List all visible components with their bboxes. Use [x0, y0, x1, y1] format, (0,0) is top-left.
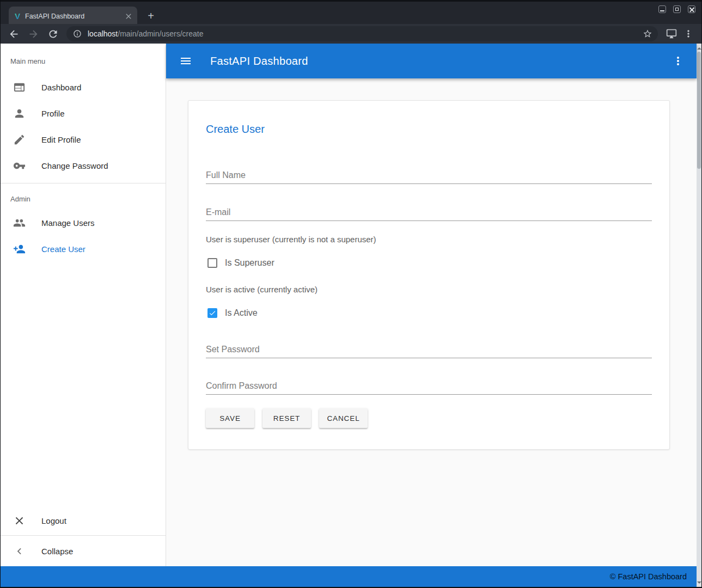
window-controls — [658, 5, 695, 13]
confirm-password-field — [206, 381, 652, 395]
scrollbar-down-arrow[interactable] — [697, 579, 701, 586]
cancel-button[interactable]: CANCEL — [319, 408, 368, 428]
sidebar-divider — [1, 535, 166, 536]
browser-menu-icon[interactable] — [683, 28, 694, 39]
close-icon — [13, 514, 26, 527]
url-text[interactable]: localhost/main/admin/users/create — [88, 29, 643, 38]
pencil-icon — [13, 133, 26, 146]
url-host: localhost — [88, 29, 118, 38]
person-add-icon — [13, 243, 26, 255]
sidebar-item-label: Manage Users — [41, 218, 95, 228]
sidebar-item-profile[interactable]: Profile — [1, 100, 166, 126]
page-title: Create User — [206, 121, 652, 137]
window-maximize-button[interactable] — [673, 5, 681, 13]
window-close-button[interactable] — [688, 5, 695, 13]
sidebar-item-create-user[interactable]: Create User — [1, 236, 166, 262]
sidebar-divider — [1, 183, 166, 183]
save-button[interactable]: SAVE — [206, 408, 254, 428]
url-path: /main/admin/users/create — [118, 29, 203, 38]
bookmark-star-icon[interactable] — [643, 29, 652, 39]
app-footer: © FastAPI Dashboard — [1, 566, 697, 587]
sidebar-item-collapse[interactable]: Collapse — [1, 538, 166, 564]
app-bar-menu-icon[interactable] — [672, 54, 685, 68]
hamburger-menu-icon[interactable] — [179, 54, 192, 68]
install-app-icon[interactable] — [666, 28, 677, 39]
tab-title: FastAPI Dashboard — [25, 13, 124, 20]
window-minimize-button[interactable] — [658, 5, 666, 13]
reload-icon[interactable] — [47, 28, 59, 40]
confirm-password-input[interactable] — [206, 381, 652, 391]
sidebar-item-label: Profile — [41, 109, 65, 118]
browser-toolbar: localhost/main/admin/users/create — [1, 24, 701, 44]
full-name-field — [206, 170, 652, 184]
superuser-hint-text: User is superuser (currently is not a su… — [206, 234, 652, 245]
forward-icon[interactable] — [28, 28, 39, 40]
browser-window: V FastAPI Dashboard + localhost/main/adm… — [0, 0, 702, 588]
checkmark-icon — [209, 309, 216, 317]
sidebar-item-label: Collapse — [41, 547, 73, 556]
superuser-checkbox-row: Is Superuser — [206, 257, 652, 269]
sidebar: Main menu Dashboard Profile Edit Profile… — [1, 44, 166, 566]
sidebar-section-header-main-menu: Main menu — [1, 48, 166, 74]
new-tab-button[interactable]: + — [143, 8, 158, 23]
sidebar-item-label: Change Password — [41, 161, 108, 170]
key-icon — [13, 160, 26, 172]
reset-button[interactable]: RESET — [263, 408, 311, 428]
tab-close-icon[interactable] — [124, 12, 133, 21]
scrollbar[interactable] — [697, 44, 701, 587]
sidebar-item-label: Create User — [41, 244, 86, 254]
active-checkbox-label: Is Active — [225, 308, 258, 318]
page-info-icon[interactable] — [73, 29, 82, 38]
people-icon — [13, 217, 26, 229]
back-icon[interactable] — [8, 28, 20, 40]
sidebar-item-logout[interactable]: Logout — [1, 507, 166, 534]
chevron-left-icon — [13, 545, 26, 558]
active-checkbox-row: Is Active — [206, 307, 652, 319]
app-bar-title: FastAPI Dashboard — [210, 55, 672, 68]
sidebar-item-edit-profile[interactable]: Edit Profile — [1, 126, 166, 152]
web-page: Main menu Dashboard Profile Edit Profile… — [1, 44, 701, 587]
active-checkbox[interactable] — [207, 308, 217, 318]
set-password-field — [206, 345, 652, 358]
superuser-checkbox[interactable] — [207, 258, 217, 268]
scrollbar-up-arrow[interactable] — [697, 45, 701, 51]
form-buttons: SAVE RESET CANCEL — [206, 408, 652, 428]
footer-copyright: © FastAPI Dashboard — [610, 572, 687, 581]
sidebar-item-change-password[interactable]: Change Password — [1, 152, 166, 179]
dashboard-icon — [13, 81, 26, 94]
superuser-checkbox-label: Is Superuser — [225, 258, 274, 268]
sidebar-item-manage-users[interactable]: Manage Users — [1, 210, 166, 236]
sidebar-item-label: Logout — [41, 516, 66, 525]
vuetify-favicon-icon: V — [15, 12, 20, 21]
email-input[interactable] — [206, 207, 652, 217]
active-hint-text: User is active (currently active) — [206, 284, 652, 295]
sidebar-item-dashboard[interactable]: Dashboard — [1, 74, 166, 100]
sidebar-spacer — [1, 262, 166, 507]
address-bar[interactable]: localhost/main/admin/users/create — [66, 26, 658, 41]
person-icon — [13, 107, 26, 120]
main-content: Create User User is superuser (currently… — [166, 78, 697, 566]
sidebar-item-label: Edit Profile — [41, 135, 81, 144]
scrollbar-thumb[interactable] — [697, 52, 701, 169]
set-password-input[interactable] — [206, 345, 652, 354]
full-name-input[interactable] — [206, 170, 652, 180]
email-field — [206, 207, 652, 221]
browser-titlebar: V FastAPI Dashboard + — [1, 0, 701, 24]
app-bar: FastAPI Dashboard — [166, 44, 697, 78]
sidebar-item-label: Dashboard — [41, 83, 81, 92]
sidebar-section-header-admin: Admin — [1, 188, 166, 210]
browser-tab[interactable]: V FastAPI Dashboard — [9, 7, 137, 26]
create-user-card: Create User User is superuser (currently… — [188, 100, 670, 450]
